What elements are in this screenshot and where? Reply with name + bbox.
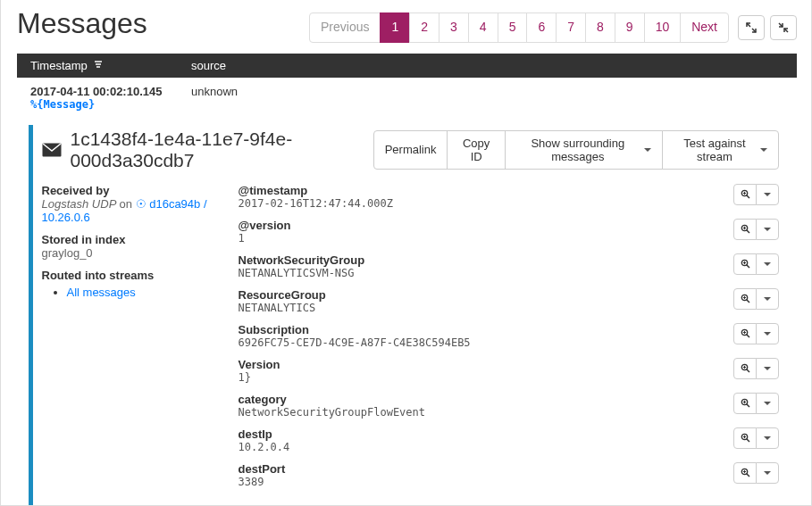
chevron-down-icon bbox=[644, 148, 651, 152]
svg-line-14 bbox=[747, 300, 749, 303]
field-value: NetworkSecurityGroupFlowEvent bbox=[239, 406, 426, 419]
zoom-icon[interactable] bbox=[733, 323, 757, 344]
field-menu-button[interactable] bbox=[756, 288, 779, 310]
pagination-page-8[interactable]: 8 bbox=[586, 13, 615, 42]
zoom-icon[interactable] bbox=[733, 393, 757, 414]
expand-icon[interactable] bbox=[738, 15, 765, 40]
field-row: Version1} bbox=[239, 358, 780, 384]
envelope-icon bbox=[42, 143, 62, 157]
table-row[interactable]: 2017-04-11 00:02:10.145 %{Message} unkno… bbox=[20, 78, 798, 118]
field-name: NetworkSecurityGroup bbox=[239, 253, 365, 267]
field-value: 1 bbox=[239, 232, 291, 245]
field-value: 10.2.0.4 bbox=[239, 441, 290, 453]
field-name: Subscription bbox=[239, 323, 471, 336]
field-menu-button[interactable] bbox=[756, 462, 779, 484]
field-value: 6926FC75-CE7D-4C9E-A87F-C4E38C594EB5 bbox=[239, 336, 471, 349]
column-label: source bbox=[191, 59, 226, 72]
message-preview: %{Message} bbox=[30, 98, 169, 111]
test-stream-button[interactable]: Test against stream bbox=[662, 130, 779, 170]
received-by-value: Logstash UDP on ☉ d16ca94b / 10.26.0.6 bbox=[42, 197, 221, 224]
message-id: 1c1438f4-1e4a-11e7-9f4e-000d3a30cdb7 bbox=[71, 129, 374, 171]
field-name: Version bbox=[239, 358, 280, 371]
field-value: NETANALYTICSVM-NSG bbox=[239, 267, 365, 279]
column-timestamp[interactable]: Timestamp bbox=[20, 54, 180, 78]
pagination-page-5[interactable]: 5 bbox=[498, 13, 527, 42]
field-name: destPort bbox=[239, 462, 286, 476]
column-source[interactable]: source bbox=[180, 54, 798, 78]
pagination-page-6[interactable]: 6 bbox=[527, 13, 556, 42]
field-row: ResourceGroupNETANALYTICS bbox=[239, 288, 780, 314]
received-by-label: Received by bbox=[42, 184, 221, 197]
pagination-page-1[interactable]: 1 bbox=[381, 13, 409, 42]
stored-index-value: graylog_0 bbox=[42, 246, 221, 260]
surrounding-button[interactable]: Show surrounding messages bbox=[505, 130, 663, 170]
zoom-icon[interactable] bbox=[733, 462, 757, 484]
field-menu-button[interactable] bbox=[756, 219, 779, 240]
pagination-page-3[interactable]: 3 bbox=[439, 13, 468, 42]
zoom-icon[interactable] bbox=[733, 219, 757, 240]
pagination-prev: Previous bbox=[310, 13, 380, 42]
field-value: 3389 bbox=[239, 476, 286, 488]
zoom-icon[interactable] bbox=[733, 184, 757, 205]
svg-line-26 bbox=[747, 404, 749, 407]
pagination-page-4[interactable]: 4 bbox=[469, 13, 498, 42]
svg-line-10 bbox=[747, 265, 749, 268]
sort-desc-icon bbox=[94, 59, 103, 72]
node-icon: ☉ bbox=[136, 197, 146, 211]
copy-id-button[interactable]: Copy ID bbox=[447, 130, 505, 170]
field-row: @timestamp2017-02-16T12:47:44.000Z bbox=[239, 184, 780, 210]
field-row: NetworkSecurityGroupNETANALYTICSVM-NSG bbox=[239, 253, 780, 279]
field-name: destIp bbox=[239, 427, 290, 441]
permalink-button[interactable]: Permalink bbox=[373, 130, 448, 170]
field-value: 1} bbox=[239, 371, 280, 384]
field-menu-button[interactable] bbox=[756, 427, 779, 449]
field-value: 2017-02-16T12:47:44.000Z bbox=[239, 197, 393, 210]
field-menu-button[interactable] bbox=[756, 253, 779, 275]
stream-link[interactable]: All messages bbox=[67, 286, 136, 299]
svg-line-30 bbox=[747, 439, 749, 442]
field-menu-button[interactable] bbox=[756, 358, 779, 379]
chevron-down-icon bbox=[760, 148, 767, 152]
pagination: Previous12345678910Next bbox=[310, 12, 729, 43]
pagination-page-7[interactable]: 7 bbox=[557, 13, 585, 42]
field-row: @version1 bbox=[239, 219, 780, 245]
svg-line-34 bbox=[747, 474, 749, 477]
field-name: category bbox=[239, 393, 426, 406]
zoom-icon[interactable] bbox=[733, 288, 757, 310]
routed-streams-label: Routed into streams bbox=[42, 269, 221, 282]
pagination-page-2[interactable]: 2 bbox=[410, 13, 439, 42]
pagination-page-9[interactable]: 9 bbox=[615, 13, 644, 42]
zoom-icon[interactable] bbox=[733, 358, 757, 379]
zoom-icon[interactable] bbox=[733, 253, 757, 275]
svg-line-2 bbox=[747, 195, 749, 198]
page-title: Messages bbox=[17, 7, 147, 40]
pagination-page-10[interactable]: 10 bbox=[645, 13, 681, 42]
field-name: ResourceGroup bbox=[239, 288, 326, 302]
field-menu-button[interactable] bbox=[756, 184, 779, 205]
message-actions: Permalink Copy ID Show surrounding messa… bbox=[374, 130, 779, 170]
field-name: @version bbox=[239, 219, 291, 232]
zoom-icon[interactable] bbox=[733, 427, 757, 449]
svg-line-6 bbox=[747, 230, 749, 233]
pagination-next[interactable]: Next bbox=[681, 13, 728, 42]
field-row: destIp10.2.0.4 bbox=[239, 427, 780, 453]
svg-line-18 bbox=[747, 335, 749, 337]
field-menu-button[interactable] bbox=[756, 393, 779, 414]
field-value: NETANALYTICS bbox=[239, 302, 326, 314]
field-row: destPort3389 bbox=[239, 462, 780, 488]
stored-index-label: Stored in index bbox=[42, 233, 221, 246]
cell-timestamp: 2017-04-11 00:02:10.145 %{Message} bbox=[20, 78, 180, 118]
field-row: categoryNetworkSecurityGroupFlowEvent bbox=[239, 393, 780, 419]
cell-source: unknown bbox=[180, 78, 798, 118]
field-row: Subscription6926FC75-CE7D-4C9E-A87F-C4E3… bbox=[239, 323, 780, 349]
column-label: Timestamp bbox=[30, 59, 88, 72]
collapse-icon[interactable] bbox=[770, 15, 797, 40]
field-menu-button[interactable] bbox=[756, 323, 779, 344]
svg-line-22 bbox=[747, 369, 749, 372]
field-name: @timestamp bbox=[239, 184, 393, 197]
